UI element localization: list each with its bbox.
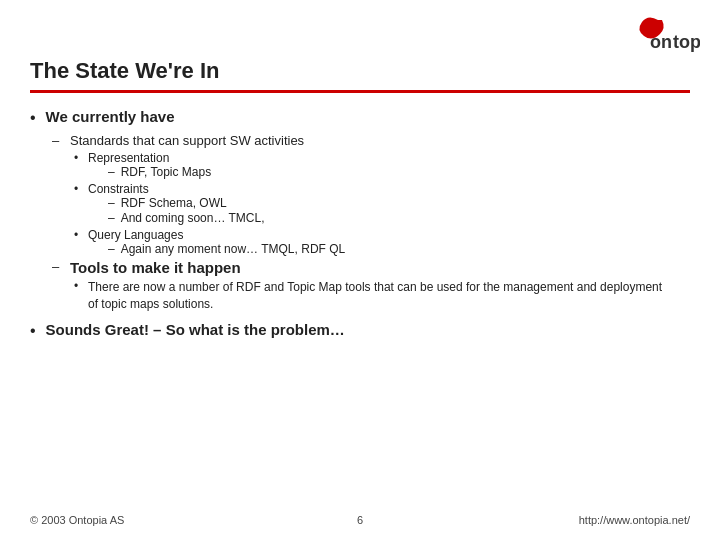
tools-dash-item: – Tools to make it happen bbox=[52, 259, 690, 276]
again-moment-now: – Again any moment now… TMQL, RDF QL bbox=[108, 242, 345, 256]
standards-sublist: • Representation – RDF, Topic Maps • bbox=[74, 151, 690, 257]
standards-label: Standards that can support SW activities bbox=[70, 133, 304, 148]
query-languages-item: • Query Languages – Again any moment now… bbox=[74, 228, 690, 257]
rep-dot: • bbox=[74, 151, 82, 165]
sounds-great-label: Sounds Great! – So what is the problem… bbox=[46, 321, 345, 338]
tools-text: There are now a number of RDF and Topic … bbox=[88, 279, 668, 313]
dash-1: – bbox=[52, 133, 62, 148]
again-text: Again any moment now… TMQL, RDF QL bbox=[121, 242, 346, 256]
svg-text:topia: topia bbox=[673, 32, 700, 52]
rdf-schema-text: RDF Schema, OWL bbox=[121, 196, 227, 210]
standards-dash-item: – Standards that can support SW activiti… bbox=[52, 133, 690, 148]
rdf-schema-owl: – RDF Schema, OWL bbox=[108, 196, 265, 210]
slide-content: • We currently have – Standards that can… bbox=[30, 108, 690, 348]
query-languages-label: Query Languages bbox=[88, 228, 183, 242]
svg-text:on: on bbox=[650, 32, 672, 52]
query-dot: • bbox=[74, 228, 82, 242]
tools-label: Tools to make it happen bbox=[70, 259, 241, 276]
dash-2: – bbox=[52, 259, 62, 274]
constraints-sub: – RDF Schema, OWL – And coming soon… TMC… bbox=[108, 196, 265, 225]
bullet-dot-1: • bbox=[30, 109, 36, 127]
slide-title: The State We're In bbox=[30, 58, 219, 84]
rep-sub: – RDF, Topic Maps bbox=[108, 165, 211, 179]
footer-copyright: © 2003 Ontopia AS bbox=[30, 514, 124, 526]
constraints-label: Constraints bbox=[88, 182, 149, 196]
representation-item: • Representation – RDF, Topic Maps bbox=[74, 151, 690, 180]
rdf-topic-maps: – RDF, Topic Maps bbox=[108, 165, 211, 179]
bullet-2: • Sounds Great! – So what is the problem… bbox=[30, 321, 690, 340]
bullet-1: • We currently have – Standards that can… bbox=[30, 108, 690, 313]
bullet-dot-2: • bbox=[30, 322, 36, 340]
constraints-item: • Constraints – RDF Schema, OWL – And co… bbox=[74, 182, 690, 226]
footer-page-number: 6 bbox=[357, 514, 363, 526]
tools-dot: • bbox=[74, 279, 82, 293]
and-coming-soon: – And coming soon… TMCL, bbox=[108, 211, 265, 225]
query-sub: – Again any moment now… TMQL, RDF QL bbox=[108, 242, 345, 256]
rdf-topic-maps-text: RDF, Topic Maps bbox=[121, 165, 211, 179]
title-divider bbox=[30, 90, 690, 93]
representation-label: Representation bbox=[88, 151, 169, 165]
footer-right: http://www.ontopia.net/ bbox=[579, 514, 690, 526]
bullet-1-label: We currently have bbox=[46, 108, 175, 125]
tools-sublist: • There are now a number of RDF and Topi… bbox=[74, 279, 690, 313]
logo: on topia bbox=[590, 12, 700, 67]
coming-soon-text: And coming soon… TMCL, bbox=[121, 211, 265, 225]
constraints-dot: • bbox=[74, 182, 82, 196]
tools-description: • There are now a number of RDF and Topi… bbox=[74, 279, 690, 313]
bullet-1-sublist: – Standards that can support SW activiti… bbox=[52, 133, 690, 313]
